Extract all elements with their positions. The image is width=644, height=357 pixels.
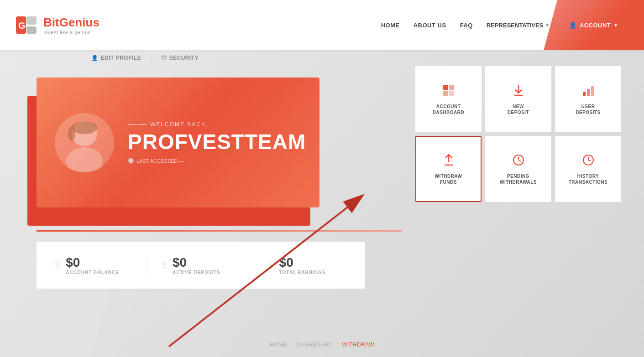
svg-line-32 [588,160,591,161]
pending-withdrawals-label: PENDING WITHDRAWALS [500,173,537,185]
new-deposit-icon [512,83,525,100]
dashboard-label: ACCOUNT DASHBOARD [433,103,465,115]
nav-faq[interactable]: FAQ [460,22,473,29]
stat-account-balance: $ $0 ACCOUNT BALANCE [55,255,148,275]
logo-text: BitGenius Invest like a genius [43,16,99,35]
earnings-icon: $ [268,259,273,271]
edit-profile-icon: 👤 [91,55,99,61]
account-chevron-icon: ▼ [613,23,618,28]
nav-about-us[interactable]: ABOUT US [414,22,446,29]
svg-rect-16 [443,85,448,90]
account-balance-label: ACCOUNT BALANCE [66,270,119,275]
total-earnings-value: $0 [279,255,326,270]
total-earnings-label: TOTAL EARNINGS [279,270,326,275]
svg-rect-2 [26,26,37,34]
pending-withdrawals-icon [512,153,525,170]
svg-rect-19 [449,91,454,96]
svg-rect-22 [583,92,586,96]
action-grid: ACCOUNT DASHBOARD NEW DEPOSIT USER DEPOS… [415,66,621,202]
edit-profile-link[interactable]: 👤 EDIT PROFILE [91,55,141,61]
main-content: 👤 EDIT PROFILE | 🛡 SECURITY [0,50,644,357]
breadcrumb-current: WITHDRAW [342,341,374,348]
grid-card-pending-withdrawals[interactable]: PENDING WITHDRAWALS [485,136,551,202]
svg-rect-23 [587,89,590,96]
grid-card-user-deposits[interactable]: USER DEPOSITS [555,66,621,132]
account-balance-value: $0 [66,255,119,270]
withdraw-funds-icon [442,153,456,170]
grid-card-withdraw-funds[interactable]: WITHDRAW FUNDS [415,136,482,202]
svg-rect-17 [449,85,454,90]
deposits-icon: $ [162,259,167,271]
welcome-text: WELCOME BACK, [128,121,306,128]
profile-links: 👤 EDIT PROFILE | 🛡 SECURITY [91,55,199,61]
breadcrumb-sep-2: / [336,341,338,348]
svg-line-29 [518,160,521,161]
security-icon: 🛡 [161,55,167,61]
svg-text:G: G [18,21,26,31]
svg-rect-18 [443,91,448,96]
stat-total-earnings: $ $0 TOTAL EARNINGS [268,255,347,275]
svg-rect-1 [26,16,37,25]
account-button-area[interactable]: 👤 ACCOUNT ▼ [544,0,644,50]
clock-icon: 🕐 [128,158,134,164]
new-deposit-label: NEW DEPOSIT [508,103,529,115]
nav-home[interactable]: HOME [381,22,400,29]
header: G BitGenius Invest like a genius HOME AB… [0,0,644,50]
history-transactions-label: HISTORY TRANSACTIONS [569,173,607,185]
breadcrumb-sep-1: / [291,341,293,348]
breadcrumb-home[interactable]: HOME [270,341,287,348]
active-deposits-value: $0 [173,255,220,270]
profile-card-bg-shape [37,78,319,207]
user-deposits-icon [581,83,595,100]
welcome-decoration [128,124,147,125]
withdraw-funds-label: WITHDRAW FUNDS [435,173,462,185]
profile-section: WELCOME BACK, PROFVESTTEAM 🕐 LAST ACCESS… [37,78,319,207]
nav-representatives[interactable]: REPRESENTATIVES ▼ [487,22,550,29]
logo[interactable]: G BitGenius Invest like a genius [14,13,99,38]
grid-card-dashboard[interactable]: ACCOUNT DASHBOARD [415,66,482,132]
stat-active-deposits: $ $0 ACTIVE DEPOSITS [162,255,255,275]
logo-subtitle: Invest like a genius [43,30,99,35]
user-deposits-label: USER DEPOSITS [576,103,601,115]
dashboard-icon [442,83,456,100]
account-icon: 👤 [569,22,577,29]
stats-row: $ $0 ACCOUNT BALANCE $ $0 ACTIVE DEPOSIT… [37,242,365,289]
svg-rect-24 [591,86,594,96]
grid-card-history-transactions[interactable]: HISTORY TRANSACTIONS [555,136,621,202]
grid-card-new-deposit[interactable]: NEW DEPOSIT [485,66,551,132]
last-accessed: 🕐 LAST ACCESSED — [128,158,306,164]
account-button[interactable]: 👤 ACCOUNT ▼ [569,22,618,29]
security-link[interactable]: 🛡 SECURITY [161,55,199,61]
breadcrumb: HOME / DASHBOARD / WITHDRAW [270,341,374,348]
profile-links-divider: | [150,55,152,61]
active-deposits-label: ACTIVE DEPOSITS [173,270,220,275]
balance-icon: $ [55,259,60,271]
orange-accent-line-1 [37,230,402,232]
breadcrumb-dashboard[interactable]: DASHBOARD [296,341,333,348]
logo-title: BitGenius [43,16,99,30]
logo-icon: G [14,13,39,38]
profile-card: WELCOME BACK, PROFVESTTEAM 🕐 LAST ACCESS… [37,78,319,207]
history-transactions-icon [581,153,595,170]
